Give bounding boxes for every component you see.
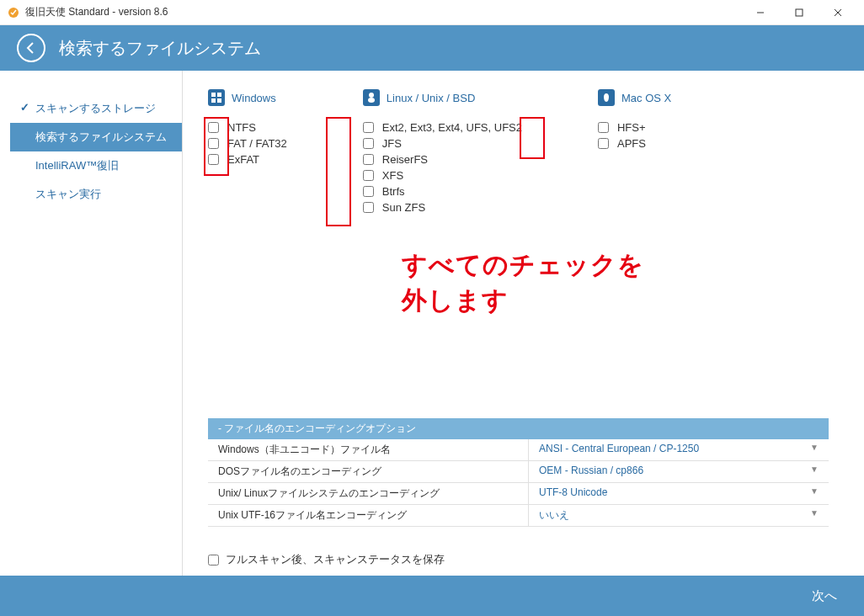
encoding-row-utf16: Unix UTF-16ファイル名エンコーディング いいえ▼ (208, 505, 829, 527)
fs-item-fat: FAT / FAT32 (208, 135, 287, 151)
chevron-down-icon: ▼ (810, 443, 819, 457)
encoding-label: DOSファイル名のエンコーディング (208, 461, 528, 482)
encoding-value-text: いいえ (539, 508, 569, 523)
fs-item-label: ExFAT (227, 153, 259, 166)
encoding-dropdown[interactable]: いいえ▼ (528, 505, 829, 526)
annotation-line1: すべてのチェックを (402, 251, 644, 279)
fs-column-windows: Windows NTFS FAT / FAT32 ExFAT (208, 89, 287, 215)
fs-item-label: XFS (382, 169, 403, 182)
svg-rect-7 (211, 98, 216, 103)
svg-rect-5 (211, 93, 216, 97)
windows-icon (208, 89, 225, 106)
sidebar-item-scan-execute[interactable]: スキャン実行 (10, 180, 182, 209)
fs-header-label: Linux / Unix / BSD (387, 92, 476, 104)
fs-checkbox[interactable] (363, 170, 374, 181)
encoding-label: Windows（非ユニコード）ファイル名 (208, 439, 528, 460)
svg-rect-8 (217, 98, 221, 103)
back-button[interactable] (17, 34, 45, 62)
fs-item-reiserfs: ReiserFS (363, 151, 522, 167)
encoding-label: Unix UTF-16ファイル名エンコーディング (208, 505, 528, 526)
fs-checkbox[interactable] (363, 154, 374, 165)
sidebar-item-label: IntelliRAW™復旧 (35, 159, 119, 172)
encoding-value-text: UTF-8 Unicode (539, 486, 607, 501)
fs-checkbox[interactable] (363, 138, 374, 149)
fs-item-label: HFS+ (617, 121, 646, 134)
svg-rect-2 (796, 9, 803, 16)
fs-header-label: Mac OS X (621, 92, 671, 104)
fs-item-xfs: XFS (363, 167, 522, 183)
maximize-button[interactable] (780, 0, 819, 25)
encoding-value-text: OEM - Russian / cp866 (539, 465, 643, 479)
svg-point-9 (369, 93, 374, 98)
content-area: Windows NTFS FAT / FAT32 ExFAT Linux / U… (182, 71, 854, 576)
sidebar-item-intelliraw[interactable]: IntelliRAW™復旧 (10, 151, 182, 180)
sidebar-item-label: 検索するファイルシステム (35, 130, 167, 143)
fs-header-mac: Mac OS X (598, 89, 671, 106)
annotation-line2: 外します (402, 286, 509, 314)
window-title: 復旧天使 Standard - version 8.6 (25, 5, 741, 19)
fs-item-label: Sun ZFS (382, 201, 425, 214)
encoding-section: - ファイル名のエンコーディングオプション Windows（非ユニコード）ファイ… (208, 418, 829, 527)
fs-checkbox[interactable] (598, 138, 609, 149)
app-icon (7, 6, 20, 19)
fs-header-label: Windows (232, 92, 276, 104)
encoding-row-unix: Unix/ Linuxファイルシステムのエンコーディング UTF-8 Unico… (208, 483, 829, 505)
fullscan-option: フルスキャン後、スキャンステータスを保存 (208, 552, 829, 567)
window-controls (741, 0, 857, 25)
sidebar-item-label: スキャンするストレージ (35, 102, 156, 114)
header-bar: 検索するファイルシステム (0, 25, 864, 71)
svg-point-10 (368, 98, 375, 103)
encoding-value-text: ANSI - Central European / CP-1250 (539, 443, 699, 457)
fs-item-jfs: JFS (363, 135, 522, 151)
fs-checkbox[interactable] (208, 154, 219, 165)
minimize-button[interactable] (741, 0, 780, 25)
filesystem-columns: Windows NTFS FAT / FAT32 ExFAT Linux / U… (208, 89, 829, 215)
fs-item-ext: Ext2, Ext3, Ext4, UFS, UFS2 (363, 119, 522, 135)
fs-checkbox[interactable] (598, 122, 609, 133)
encoding-dropdown[interactable]: OEM - Russian / cp866▼ (528, 461, 829, 482)
fs-item-ntfs: NTFS (208, 119, 287, 135)
fs-checkbox[interactable] (363, 186, 374, 197)
titlebar: 復旧天使 Standard - version 8.6 (0, 0, 864, 25)
annotation-text: すべてのチェックを 外します (402, 247, 644, 318)
fs-header-windows: Windows (208, 89, 287, 106)
fs-checkbox[interactable] (363, 122, 374, 133)
fs-item-label: Ext2, Ext3, Ext4, UFS, UFS2 (382, 121, 522, 134)
fs-item-label: FAT / FAT32 (227, 137, 287, 150)
fs-column-mac: Mac OS X HFS+ APFS (598, 89, 671, 215)
fs-item-label: Btrfs (382, 185, 405, 198)
svg-rect-6 (217, 93, 221, 97)
fs-item-label: JFS (382, 137, 402, 150)
page-title: 検索するファイルシステム (59, 37, 261, 60)
mac-icon (598, 89, 615, 106)
encoding-dropdown[interactable]: UTF-8 Unicode▼ (528, 483, 829, 504)
linux-icon (363, 89, 380, 106)
encoding-dropdown[interactable]: ANSI - Central European / CP-1250▼ (528, 439, 829, 460)
main-area: スキャンするストレージ 検索するファイルシステム IntelliRAW™復旧 ス… (10, 71, 854, 576)
fs-item-btrfs: Btrfs (363, 183, 522, 199)
encoding-row-dos: DOSファイル名のエンコーディング OEM - Russian / cp866▼ (208, 461, 829, 483)
fullscan-checkbox[interactable] (208, 555, 219, 566)
encoding-label: Unix/ Linuxファイルシステムのエンコーディング (208, 483, 528, 504)
fs-item-label: ReiserFS (382, 153, 428, 166)
fs-column-linux: Linux / Unix / BSD Ext2, Ext3, Ext4, UFS… (363, 89, 522, 215)
sidebar-item-label: スキャン実行 (35, 188, 101, 200)
fs-checkbox[interactable] (363, 202, 374, 213)
footer-bar: 次へ (0, 576, 864, 616)
fs-item-hfs: HFS+ (598, 119, 671, 135)
encoding-header[interactable]: - ファイル名のエンコーディングオプション (208, 418, 829, 439)
fs-checkbox[interactable] (208, 138, 219, 149)
fs-header-linux: Linux / Unix / BSD (363, 89, 522, 106)
sidebar-item-filesystem[interactable]: 検索するファイルシステム (10, 123, 182, 151)
fs-item-label: APFS (617, 137, 646, 150)
chevron-down-icon: ▼ (810, 486, 819, 501)
fs-item-label: NTFS (227, 121, 256, 134)
sidebar-item-storage[interactable]: スキャンするストレージ (10, 94, 182, 123)
sidebar: スキャンするストレージ 検索するファイルシステム IntelliRAW™復旧 ス… (10, 71, 182, 576)
close-button[interactable] (819, 0, 857, 25)
chevron-down-icon: ▼ (810, 508, 819, 523)
fullscan-label: フルスキャン後、スキャンステータスを保存 (226, 552, 445, 567)
fs-item-zfs: Sun ZFS (363, 199, 522, 215)
next-button[interactable]: 次へ (812, 588, 837, 604)
fs-checkbox[interactable] (208, 122, 219, 133)
